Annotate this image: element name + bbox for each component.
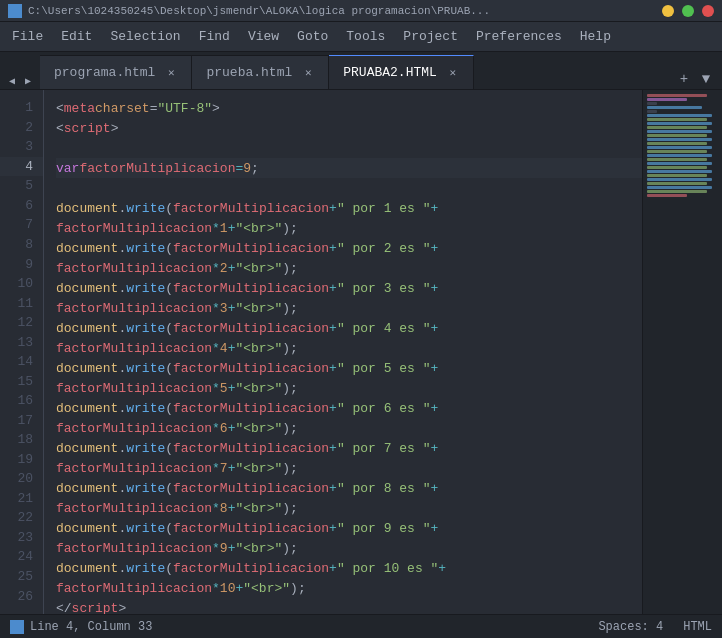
- menu-file[interactable]: File: [4, 25, 51, 48]
- line-number-23: 23: [0, 528, 43, 548]
- tab-bar: ◀ ▶ programa.html ✕ prueba.html ✕ PRUABA…: [0, 52, 722, 90]
- status-right: Spaces: 4 HTML: [598, 620, 712, 634]
- code-line-14: document.write(factorMultiplicacion+" po…: [56, 358, 642, 378]
- code-line-9: factorMultiplicacion * 2 + "<br>");: [56, 258, 642, 278]
- minimap-content: [643, 90, 722, 202]
- code-line-18: document.write(factorMultiplicacion+" po…: [56, 438, 642, 458]
- editor-area: 1234567891011121314151617181920212223242…: [0, 90, 722, 614]
- menu-bar: File Edit Selection Find View Goto Tools…: [0, 22, 722, 52]
- tab-label-programa: programa.html: [54, 65, 155, 80]
- line-number-21: 21: [0, 489, 43, 509]
- status-language: HTML: [683, 620, 712, 634]
- line-number-19: 19: [0, 450, 43, 470]
- line-number-7: 7: [0, 215, 43, 235]
- line-number-12: 12: [0, 313, 43, 333]
- tab-actions: + ▼: [668, 69, 722, 89]
- tab-prueba[interactable]: prueba.html ✕: [192, 55, 329, 89]
- tab-close-prueba[interactable]: ✕: [300, 65, 316, 81]
- tab-nav: ◀ ▶: [0, 73, 40, 89]
- code-line-4: var factorMultiplicacion = 9 ;: [56, 158, 642, 178]
- line-number-13: 13: [0, 332, 43, 352]
- tab-prev-button[interactable]: ◀: [4, 73, 20, 89]
- line-number-15: 15: [0, 371, 43, 391]
- menu-preferences[interactable]: Preferences: [468, 25, 570, 48]
- close-button[interactable]: [702, 5, 714, 17]
- tab-overflow-button[interactable]: ▼: [696, 69, 716, 89]
- line-number-25: 25: [0, 567, 43, 587]
- line-number-3: 3: [0, 137, 43, 157]
- status-icon: [10, 620, 24, 634]
- code-line-11: factorMultiplicacion * 3 + "<br>");: [56, 298, 642, 318]
- line-number-4: 4: [0, 157, 43, 177]
- code-line-16: document.write(factorMultiplicacion+" po…: [56, 398, 642, 418]
- menu-find[interactable]: Find: [191, 25, 238, 48]
- line-number-9: 9: [0, 254, 43, 274]
- tab-close-pruaba2[interactable]: ✕: [445, 65, 461, 81]
- tab-close-programa[interactable]: ✕: [163, 65, 179, 81]
- tab-programa[interactable]: programa.html ✕: [40, 55, 192, 89]
- minimap[interactable]: [642, 90, 722, 614]
- code-line-26: </script>: [56, 598, 642, 614]
- line-number-16: 16: [0, 391, 43, 411]
- code-line-20: document.write(factorMultiplicacion+" po…: [56, 478, 642, 498]
- code-line-1: <meta charset="UTF-8">: [56, 98, 642, 118]
- line-number-11: 11: [0, 293, 43, 313]
- code-editor[interactable]: <meta charset="UTF-8"> <script> var fact…: [44, 90, 642, 614]
- title-bar: C:\Users\1024350245\Desktop\jsmendr\ALOK…: [0, 0, 722, 22]
- menu-view[interactable]: View: [240, 25, 287, 48]
- line-number-1: 1: [0, 98, 43, 118]
- line-number-8: 8: [0, 235, 43, 255]
- line-numbers: 1234567891011121314151617181920212223242…: [0, 90, 44, 614]
- code-line-24: document.write(factorMultiplicacion+" po…: [56, 558, 642, 578]
- tab-label-prueba: prueba.html: [206, 65, 292, 80]
- code-line-8: document.write(factorMultiplicacion+" po…: [56, 238, 642, 258]
- code-line-15: factorMultiplicacion * 5 + "<br>");: [56, 378, 642, 398]
- line-number-5: 5: [0, 176, 43, 196]
- code-line-2: <script>: [56, 118, 642, 138]
- menu-help[interactable]: Help: [572, 25, 619, 48]
- code-line-7: factorMultiplicacion * 1 + "<br>");: [56, 218, 642, 238]
- menu-goto[interactable]: Goto: [289, 25, 336, 48]
- code-line-23: factorMultiplicacion * 9 + "<br>");: [56, 538, 642, 558]
- code-line-22: document.write(factorMultiplicacion+" po…: [56, 518, 642, 538]
- tab-next-button[interactable]: ▶: [20, 73, 36, 89]
- code-line-17: factorMultiplicacion * 6 + "<br>");: [56, 418, 642, 438]
- line-number-6: 6: [0, 196, 43, 216]
- menu-selection[interactable]: Selection: [102, 25, 188, 48]
- status-bar: Line 4, Column 33 Spaces: 4 HTML: [0, 614, 722, 638]
- minimize-button[interactable]: [662, 5, 674, 17]
- line-number-2: 2: [0, 118, 43, 138]
- window-controls: [662, 5, 714, 17]
- code-line-19: factorMultiplicacion * 7 + "<br>");: [56, 458, 642, 478]
- tab-pruaba2[interactable]: PRUABA2.HTML ✕: [329, 55, 474, 89]
- menu-tools[interactable]: Tools: [338, 25, 393, 48]
- line-number-10: 10: [0, 274, 43, 294]
- line-number-17: 17: [0, 411, 43, 431]
- menu-project[interactable]: Project: [395, 25, 466, 48]
- status-left: Line 4, Column 33: [10, 620, 152, 634]
- code-line-10: document.write(factorMultiplicacion+" po…: [56, 278, 642, 298]
- title-path: C:\Users\1024350245\Desktop\jsmendr\ALOK…: [28, 5, 490, 17]
- line-number-18: 18: [0, 430, 43, 450]
- code-line-21: factorMultiplicacion * 8 + "<br>");: [56, 498, 642, 518]
- line-number-26: 26: [0, 586, 43, 606]
- code-line-12: document.write(factorMultiplicacion+" po…: [56, 318, 642, 338]
- tab-label-pruaba2: PRUABA2.HTML: [343, 65, 437, 80]
- status-spaces: Spaces: 4: [598, 620, 663, 634]
- status-position: Line 4, Column 33: [30, 620, 152, 634]
- new-tab-button[interactable]: +: [674, 69, 694, 89]
- line-number-20: 20: [0, 469, 43, 489]
- app-icon: [8, 4, 22, 18]
- code-line-6: document.write(factorMultiplicacion+ " p…: [56, 198, 642, 218]
- code-line-13: factorMultiplicacion * 4 + "<br>");: [56, 338, 642, 358]
- menu-edit[interactable]: Edit: [53, 25, 100, 48]
- code-line-5: [56, 178, 642, 198]
- code-line-3: [56, 138, 642, 158]
- line-number-14: 14: [0, 352, 43, 372]
- maximize-button[interactable]: [682, 5, 694, 17]
- code-line-25: factorMultiplicacion * 10 + "<br>");: [56, 578, 642, 598]
- line-number-22: 22: [0, 508, 43, 528]
- line-number-24: 24: [0, 547, 43, 567]
